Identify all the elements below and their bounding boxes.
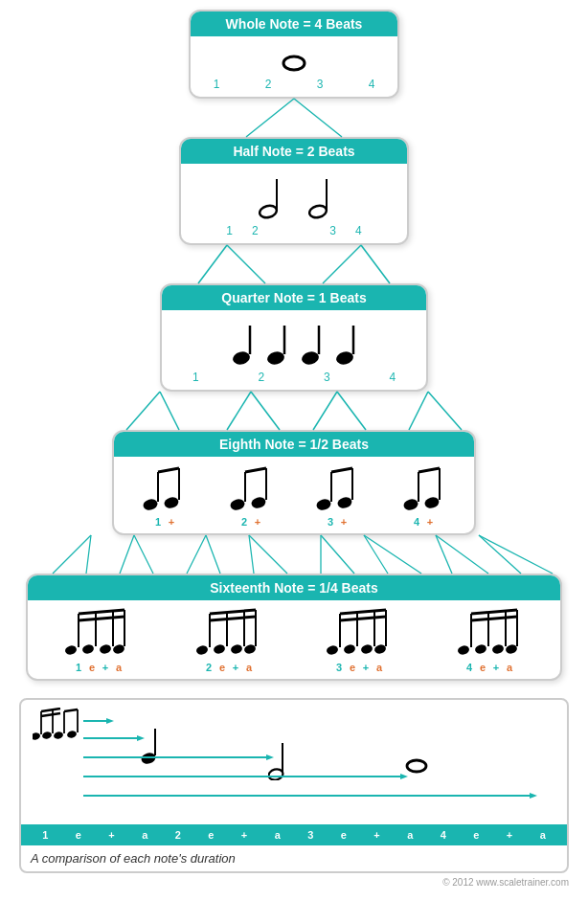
s-b4p: + [491, 662, 501, 673]
svg-line-74 [210, 617, 256, 620]
half-beat-group-2: 3 4 [329, 224, 361, 237]
whole-note-box: Whole Note = 4 Beats 1 2 3 4 [189, 10, 399, 99]
s-beat-group-3: 3 e + a [334, 662, 384, 673]
comp-bar-svg-1 [83, 715, 114, 727]
comp-sixteenth-notes [33, 708, 80, 744]
half-note-col-2 [308, 173, 329, 219]
svg-marker-115 [106, 718, 114, 724]
s-b2p: + [231, 662, 240, 673]
q-beat-2: 2 [242, 371, 282, 384]
eighth-note-header: Eighth Note = 1/2 Beats [114, 432, 474, 457]
half-note-header: Half Note = 2 Beats [181, 139, 407, 164]
svg-point-13 [266, 349, 285, 366]
svg-point-85 [327, 644, 339, 656]
q-note-4 [335, 320, 356, 366]
svg-point-101 [505, 643, 518, 655]
svg-line-93 [471, 610, 517, 614]
s-b1p: + [101, 662, 110, 673]
q-beat-3: 3 [307, 371, 347, 384]
sixteenth-group-3 [327, 608, 392, 658]
eighth-pair-3 [316, 464, 358, 512]
whole-beats-row: 1 2 3 4 [191, 78, 397, 97]
s-b2e: e [217, 662, 227, 673]
svg-point-35 [250, 496, 266, 510]
cf-2: 2 [175, 829, 181, 841]
svg-line-84 [340, 617, 386, 620]
eighth-beat-group-4: 4 + [412, 516, 435, 528]
svg-point-112 [66, 730, 77, 738]
beat-2: 2 [242, 78, 294, 91]
q-note-2 [266, 320, 287, 366]
half-beat-group-1: 1 2 [226, 224, 258, 237]
comparison-inner [21, 700, 567, 824]
svg-point-79 [230, 643, 243, 655]
e-b2: 2 [239, 516, 249, 528]
e-b1p: + [167, 516, 176, 528]
q-note-1 [232, 320, 253, 366]
s-b3p: + [361, 662, 371, 673]
s-b2a: a [244, 662, 254, 673]
cf-p2: + [241, 829, 247, 841]
sixteenth-note-box: Sixteenth Note = 1/4 Beats [26, 574, 562, 681]
svg-point-65 [65, 644, 78, 656]
quarter-note-body [162, 310, 426, 371]
cf-a1: a [142, 829, 147, 841]
cf-p4: + [507, 829, 512, 841]
half-note-body [181, 164, 407, 224]
q-note-3 [301, 320, 322, 366]
svg-line-56 [321, 535, 354, 574]
svg-line-32 [245, 468, 266, 472]
eighth-group-2 [230, 464, 272, 512]
eighth-pair-4 [403, 464, 445, 512]
whole-note-header: Whole Note = 4 Beats [191, 11, 397, 36]
whole-note-body [191, 36, 397, 78]
svg-line-25 [409, 392, 428, 430]
svg-point-105 [33, 732, 41, 740]
eighth-beat-group-2: 2 + [239, 516, 262, 528]
half-beat-3: 3 [329, 224, 336, 237]
q-beat-1: 1 [176, 371, 215, 384]
svg-point-38 [316, 498, 332, 512]
connector-svg-4 [19, 535, 569, 574]
svg-point-77 [213, 643, 226, 655]
svg-line-22 [251, 392, 280, 430]
svg-point-5 [308, 204, 328, 219]
main-container: Whole Note = 4 Beats 1 2 3 4 Half Note =… [0, 0, 588, 901]
svg-line-104 [41, 713, 60, 716]
svg-point-81 [243, 643, 257, 655]
svg-line-52 [206, 535, 220, 574]
svg-point-43 [403, 498, 419, 512]
svg-line-8 [227, 245, 265, 283]
svg-point-107 [41, 731, 52, 739]
eighth-pair-2 [230, 464, 272, 512]
svg-point-71 [112, 643, 125, 655]
cf-p1: + [108, 829, 114, 841]
eighth-beat-group-3: 3 + [326, 516, 349, 528]
eighth-pair-1 [143, 464, 185, 512]
svg-line-64 [79, 617, 124, 620]
svg-point-110 [53, 731, 63, 739]
sixteenth-quad-3 [327, 608, 392, 658]
svg-line-49 [120, 535, 134, 574]
s-beat-group-4: 4 e + a [464, 662, 514, 673]
eighth-beat-group-1: 1 + [153, 516, 176, 528]
sixteenth-beats-row: 1 e + a 2 e + a 3 e + a 4 e + a [28, 662, 560, 679]
svg-line-47 [53, 535, 91, 574]
comp-bar-whole [83, 788, 538, 805]
sixteenth-note-body [28, 600, 560, 662]
s-b1e: e [87, 662, 97, 673]
svg-point-0 [283, 56, 305, 70]
svg-line-73 [210, 610, 256, 614]
e-b3p: + [339, 516, 349, 528]
comp-bar-svg-2 [83, 732, 146, 744]
sixteenth-quad-4 [458, 608, 523, 658]
cf-a3: a [407, 829, 413, 841]
svg-line-24 [337, 392, 366, 430]
copyright: © 2012 www.scaletrainer.com [19, 873, 569, 891]
svg-point-91 [373, 643, 387, 655]
cf-e4: e [473, 829, 479, 841]
eighth-beats-row: 1 + 2 + 3 + 4 + [114, 516, 474, 533]
comparison-caption: A comparison of each note's duration [21, 845, 567, 871]
svg-line-48 [86, 535, 91, 574]
beat-1: 1 [191, 78, 242, 91]
